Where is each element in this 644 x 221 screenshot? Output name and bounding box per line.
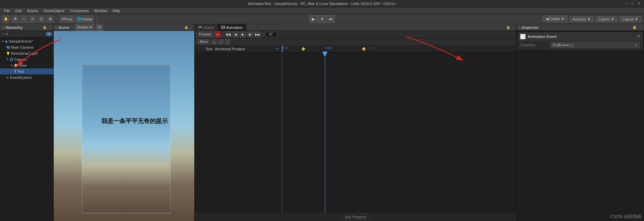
time-cursor-head [322,52,328,57]
scene-background: 我是一条平平无奇的提示 [54,31,194,221]
dropdown-arrow-icon: ▼ [634,43,637,47]
step-button[interactable]: ⏭ [327,15,335,23]
menu-component[interactable]: Component [67,8,91,13]
play-button[interactable]: ▶ [309,15,317,23]
pause-button[interactable]: ⏸ [318,15,326,23]
scene-more-icon[interactable]: ⋮ [50,40,53,43]
scene-game-object: 我是一条平平无奇的提示 [82,65,170,213]
anim-play-button[interactable]: ▶ [240,32,246,38]
tool-rect[interactable]: ⊡ [38,15,45,23]
hierarchy-label-maincamera: Main Camera [11,45,33,49]
tick-30: 0:30 [326,46,332,50]
scene-more-icon[interactable]: ⋮ [190,25,193,29]
collab-button[interactable]: ◀ Collab ▼ [543,16,567,22]
main-toolbar: ✋ ✥ ↔ ↻ ⊡ ⊞ ⊙ Pivot 🌐 Global ▶ ⏸ ⏭ ◀ Col… [0,14,644,24]
hierarchy-add-button[interactable]: + ▼ [1,32,10,36]
anim-track-label: ⋮⋮ Text : Anchored Position 〜 [195,46,282,52]
scene-panel: ≡ Scene Shaded ▼ 2D 🔒 ⋮ 我是一条平平无奇的提示 [54,24,195,221]
inspector-more-icon[interactable]: ⋮ [638,25,642,30]
sep [72,25,72,30]
preview-button[interactable]: Preview [197,32,213,38]
component-icon: 📄 [520,34,526,39]
canvas-icon: 🖼 [10,58,13,61]
menu-window[interactable]: Window [91,8,110,13]
hierarchy-item-samplescene[interactable]: ▼ ◆ SampleScene* ⋮ [0,38,53,44]
hierarchy-item-view[interactable]: ▼ 📦 View [0,62,53,68]
hierarchy-header: ≡ Hierarchy 🔒 ⋮ [0,24,53,31]
hierarchy-label-canvas: Canvas [14,57,27,61]
anim-tracks-left [195,52,282,213]
center-more-icon[interactable]: ⋮ [511,25,516,29]
hierarchy-item-text[interactable]: T Text [0,68,53,74]
function-dropdown[interactable]: EndEvent ( ) ▼ [550,42,640,48]
2d-button[interactable]: 2D [96,24,103,31]
next-key-button[interactable]: ▶▶ [255,32,261,38]
add-property-button[interactable]: Add Property [340,214,370,220]
maximize-button[interactable]: □ [631,1,635,6]
doc-icon: 📄 [521,35,525,38]
next-frame-button[interactable]: ▶ [247,32,253,38]
tick-60: 1:00 [369,46,375,50]
light-icon: 💡 [6,52,10,55]
tick-0: 0:00 [283,46,289,50]
toolbar-separator-2 [97,16,97,22]
tab-animation[interactable]: 🎞 Animation [218,24,246,31]
track-grip-icon: ⋮⋮ [197,47,204,51]
inspector-lock-icon[interactable]: 🔒 [632,25,637,30]
hierarchy-item-maincamera[interactable]: 📷 Main Camera [0,44,53,50]
shaded-dropdown[interactable]: Shaded ▼ [75,24,94,31]
tool-scale[interactable]: ↻ [29,15,36,23]
track-curve-icon[interactable]: 〜 [275,46,279,51]
move-row: Move ◇ ⟨ ⟩ [195,38,516,46]
hierarchy-item-eventsystem[interactable]: ⚙ EventSystem [0,74,53,80]
prev-frame-button[interactable]: ◀ [233,32,239,38]
account-button[interactable]: Account ▼ [569,16,594,22]
close-button[interactable]: ✕ [637,1,641,6]
hamburger-icon-inspector: ≡ [518,25,521,30]
tab-bar: 🎮 Game 🎞 Animation 🔒 ⋮ [195,24,516,31]
prev-key-button[interactable]: ◀◀ [225,32,231,38]
scene-lock-icon[interactable]: 🔒 [184,25,188,29]
pivot-label: Pivot [64,17,72,21]
tool-rotate[interactable]: ↔ [20,15,28,23]
inspector-content: 📄 Animation Event ⚙ Function: EndEvent (… [516,31,644,221]
frame-number-input[interactable] [265,32,277,37]
hierarchy-lock-icon[interactable]: 🔒 [43,25,47,29]
animation-content: ⋮⋮ Text : Anchored Position 〜 0:00 0:3 [195,46,516,221]
pivot-button[interactable]: ⊙ Pivot [59,15,74,23]
move-btn-2[interactable]: ⟨ [218,39,224,45]
keyframe-start[interactable] [301,47,305,51]
component-settings-icon[interactable]: ⚙ [637,34,640,39]
menu-file[interactable]: File [1,8,13,13]
anim-timeline-header: 0:00 0:30 1:00 [282,46,516,52]
animation-tab-label: Animation [226,25,243,30]
tab-game[interactable]: 🎮 Game [195,24,218,31]
hierarchy-item-canvas[interactable]: ▼ 🖼 Canvas [0,56,53,62]
menu-help[interactable]: Help [110,8,123,13]
hierarchy-more-icon[interactable]: ⋮ [48,25,51,29]
minimize-button[interactable]: ─ [625,1,629,6]
scene-toolbar: ≡ Scene Shaded ▼ 2D 🔒 ⋮ [54,24,194,31]
anim-track-header: ⋮⋮ Text : Anchored Position 〜 0:00 0:3 [195,46,516,52]
tool-move[interactable]: ✥ [11,15,19,23]
record-button[interactable]: ● [215,32,221,38]
track-name-label: Text : Anchored Position [205,47,245,51]
move-btn-1[interactable]: ◇ [211,39,217,45]
menu-edit[interactable]: Edit [13,8,24,13]
tool-transform[interactable]: ⊞ [46,15,54,23]
hierarchy-item-directionallight[interactable]: 💡 Directional Light [0,50,53,56]
menu-assets[interactable]: Assets [24,8,41,13]
hierarchy-all-label: All [46,32,52,36]
function-field: Function: EndEvent ( ) ▼ [518,41,642,49]
layout-button[interactable]: Layout ▼ [620,16,641,22]
center-lock-icon[interactable]: 🔒 [506,25,511,29]
move-dropdown[interactable]: Move [197,39,210,44]
layers-button[interactable]: Layers ▼ [596,16,617,22]
inspector-top-icons: 🔒 ⋮ [632,25,642,30]
add-property-row: Add Property [195,213,516,221]
tool-hand[interactable]: ✋ [2,15,10,23]
global-button[interactable]: 🌐 Global [75,15,94,23]
keyframe-mid[interactable] [362,47,365,51]
menu-gameobject[interactable]: GameObject [41,8,67,13]
move-btn-3[interactable]: ⟩ [225,39,230,45]
